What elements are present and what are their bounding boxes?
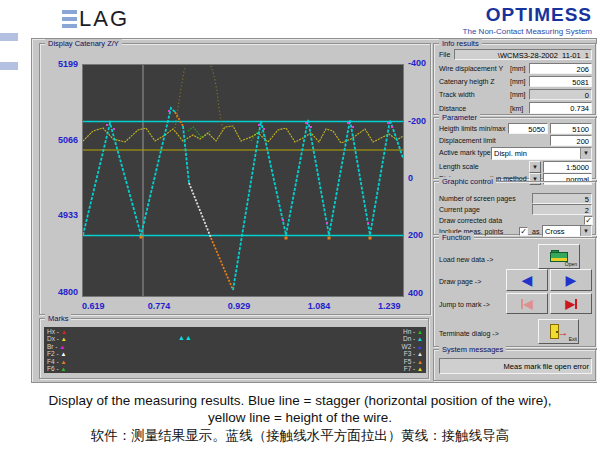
previous-page-button[interactable]: ◀ [506,269,548,291]
mark-legend-item: F6 - ▲ [47,365,66,373]
chevron-down-icon: ▼ [532,164,538,170]
axis-tick-x: 0.619 [82,301,105,311]
chevron-down-icon[interactable]: ▼ [580,148,591,159]
length-scale-field[interactable]: 1:5000 [543,161,592,173]
optimess-logo-text: OPTIMESS [463,4,592,26]
marks-strip[interactable]: Hx - ▲ Dx - ▲ Br - ▲ F2 - ▲ F4 - ▲ F6 - … [44,327,426,373]
mark-triangle-icon: ▲ [417,351,423,357]
mark-triangle-icon: ▲ [417,336,423,342]
axis-tick-x: 1.084 [299,301,339,311]
height-limits-label: Heigth limits min/max [439,125,506,132]
elag-logo: LAG [62,6,129,32]
active-mark-type-label: Active mark type [439,149,491,156]
measurement-mark-icon[interactable]: ▲ [178,334,185,341]
length-scale-label: Length scale [439,163,479,170]
displacement-limit-field[interactable]: 200 [550,135,592,146]
active-mark-type-select[interactable]: Displ. min ▼ [491,147,592,160]
chevron-down-icon[interactable]: ▼ [580,226,591,236]
file-field[interactable]: \WCMS3-28-2002_11-01_1 [454,49,592,60]
exit-door-icon: → [549,324,569,340]
marks-group-title: Marks [45,314,71,323]
screen-pages-label: Number of screen pages [439,195,516,202]
jump-to-mark-label: Jump to mark -> [439,301,490,308]
axis-tick-left: 5066 [48,135,78,145]
point-style-select[interactable]: Cross ▼ [542,225,592,237]
caption-line-1: Display of the measuring results. Blue l… [0,393,600,408]
axis-tick-left: 4933 [48,210,78,220]
chart-group: Display Catenary Z/Y 5199 5066 4933 4800… [39,43,431,315]
axis-tick-right: -400 [408,58,426,68]
chart-plot-area[interactable] [82,64,404,297]
axis-tick-left: 4800 [48,287,78,297]
terminate-dialog-button[interactable]: → Exit [538,319,579,344]
track-width-unit: [mm] [510,91,526,98]
right-arrow-icon: ▶ [566,273,577,287]
caption-line-2: yellow line = height of the wire. [0,410,600,425]
draw-page-label: Draw page -> [439,278,481,285]
mark-triangle-icon: ▲ [59,344,65,350]
terminate-dialog-label: Terminate dialog -> [439,330,499,337]
mark-triangle-icon: ▲ [417,366,423,372]
measuring-dialog: Display Catenary Z/Y 5199 5066 4933 4800… [31,38,597,383]
axis-tick-x: 1.239 [378,301,401,311]
axis-tick-right: 200 [408,230,423,240]
elag-e-icon [62,10,77,28]
length-scale-dropdown-button[interactable]: ▼ [529,161,541,173]
marks-group: Marks Hx - ▲ Dx - ▲ Br - ▲ F2 - ▲ F4 - ▲… [39,318,429,379]
info-results-title: Info results [439,39,482,48]
jump-next-mark-button[interactable]: ▶ [550,293,592,314]
current-page-value: 2 [532,204,592,215]
measurement-mark-icon[interactable]: ▲ [185,334,192,341]
graphic-control-title: Graphic control [439,177,496,186]
load-new-data-label: Load new data -> [439,256,493,263]
mark-legend-item: F7 - ▲ [404,365,423,373]
distance-label: Distance [439,105,466,112]
distance-unit: [km] [510,105,523,112]
next-page-button[interactable]: ▶ [550,269,592,291]
exit-button-caption: Exit [569,336,577,342]
optimess-tagline: The Non-Contact Measuring System [463,27,592,36]
system-messages-title: System messages [439,345,506,354]
open-file-button[interactable]: Open [538,244,580,269]
jump-previous-mark-button[interactable]: ◀ [506,293,548,314]
left-decoration-bar [0,62,18,70]
axis-tick-right: 0 [408,173,413,183]
catenary-height-label: Catenary heigth Z [439,78,495,85]
page: LAG OPTIMESS The Non-Contact Measuring S… [0,0,600,450]
bar-icon [575,299,577,309]
system-message-field: Meas mark file open error [439,358,592,374]
track-width-value: 0 [529,89,592,100]
parameter-title: Parameter [439,113,480,122]
current-page-label: Current page [439,206,480,213]
catenary-height-value: 5081 [529,76,592,87]
mark-triangle-icon: ▲ [61,329,67,335]
draw-corrected-checkbox[interactable]: ✓ [584,216,593,225]
axis-tick-x: 0.774 [139,301,179,311]
include-points-checkbox[interactable]: ✓ [519,227,528,236]
wire-displacement-unit: [mm] [510,65,526,72]
axis-tick-x: 0.929 [219,301,259,311]
axis-tick-left: 5199 [48,59,78,69]
mark-triangle-icon: ▲ [61,336,67,342]
left-arrow-icon: ◀ [522,273,533,287]
function-group: Function Load new data -> Open Draw page… [433,237,596,347]
wire-displacement-label: Wire displacement Y [439,65,503,72]
file-label: File [439,51,450,58]
axis-tick-right: -200 [408,116,426,126]
displacement-limit-label: Displacement limit [439,137,496,144]
track-width-label: Track width [439,91,475,98]
wire-displacement-value: 206 [529,63,592,74]
chart-canvas [83,65,403,296]
info-results-group: Info results File \WCMS3-28-2002_11-01_1… [433,43,596,115]
height-limit-min-field[interactable]: 5050 [508,123,548,134]
height-limit-max-field[interactable]: 5100 [550,123,592,134]
screen-pages-value: 5 [532,193,592,204]
open-button-caption: Open [565,261,577,267]
left-decoration-bar [0,33,18,41]
mark-triangle-icon: ▲ [417,344,423,350]
parameter-group: Parameter Heigth limits min/max 5050 510… [433,117,596,179]
draw-corrected-label: Draw corrected data [439,217,502,224]
function-title: Function [439,233,474,242]
caption-line-3: 软件：测量结果显示。蓝线（接触线水平方面拉出）黄线：接触线导高 [0,427,600,445]
graphic-control-group: Graphic control Number of screen pages 5… [433,181,596,235]
